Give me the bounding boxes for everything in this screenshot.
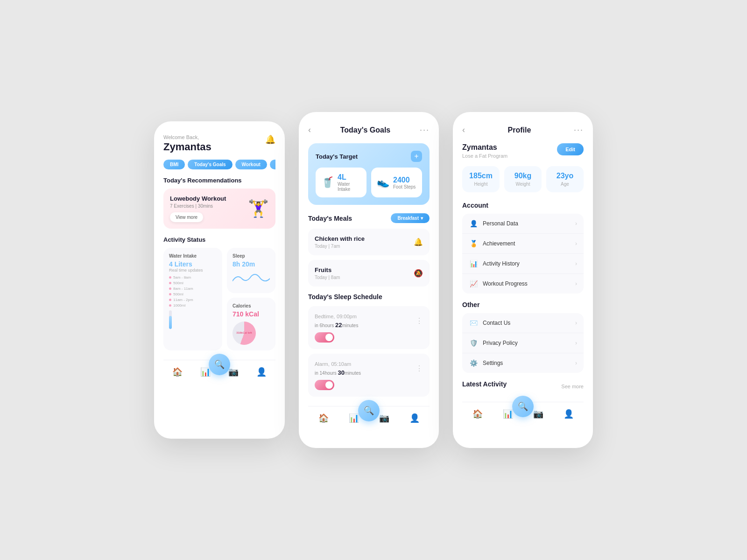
see-more-button[interactable]: See more — [561, 384, 584, 389]
privacy-label: Privacy Policy — [483, 340, 575, 346]
stat-age: 23yo Age — [546, 166, 584, 192]
achievement-icon: 🏅 — [469, 240, 478, 247]
profile-title: Profile — [508, 126, 531, 134]
nav3-camera-icon[interactable]: 📷 — [533, 409, 543, 419]
height-value: 185cm — [468, 172, 494, 180]
cal-circle: 310kCal left — [233, 322, 256, 345]
meal-filter-button[interactable]: Breakfast ▾ — [391, 213, 430, 223]
water-icon: 🥤 — [321, 176, 334, 189]
alarm-toggle[interactable] — [315, 380, 334, 390]
bedtime-options-button[interactable]: ⋮ — [416, 316, 423, 325]
meal-1-notif-icon: 🔔 — [414, 238, 423, 246]
water-target-label: Water Intake — [338, 182, 361, 192]
nav-camera-icon[interactable]: 📷 — [228, 367, 239, 377]
activity-grid: Water Intake 4 Liters Real time updates … — [163, 248, 275, 350]
workout-progress-icon: 📈 — [469, 280, 478, 287]
stat-height: 185cm Height — [462, 166, 500, 192]
profile-username: Zymantas — [462, 143, 507, 152]
privacy-icon: 🛡️ — [469, 339, 478, 347]
nav2-chart-icon[interactable]: 📊 — [349, 413, 359, 423]
welcome-label: Welcome Back, — [163, 134, 275, 140]
alarm-desc: in 14hours 30minutes — [315, 369, 361, 376]
nav3-chart-icon[interactable]: 📊 — [503, 409, 513, 419]
profile-info: Zymantas Lose a Fat Program Edit — [462, 143, 584, 159]
account-menu: 👤 Personal Data › 🏅 Achievement › 📊 Acti… — [462, 214, 584, 294]
steps-target-item: 👟 2400 Foot Steps — [371, 168, 422, 197]
alarm-label: Alarm, 05:10am — [315, 360, 361, 367]
contact-label: Contact Us — [483, 320, 575, 326]
recommendations-title: Today's Recommendations — [163, 177, 275, 184]
weight-label: Weight — [510, 182, 536, 187]
phone-goals: ‹ Today's Goals ··· Today's Target + 🥤 4… — [299, 112, 439, 448]
profile-more-button[interactable]: ··· — [574, 125, 584, 135]
nav2-camera-icon[interactable]: 📷 — [379, 413, 389, 423]
calories-title: Calories — [233, 303, 270, 308]
steps-target-label: Foot Steps — [393, 184, 416, 189]
view-more-button[interactable]: View more — [170, 212, 203, 222]
nav-home-icon[interactable]: 🏠 — [172, 367, 183, 377]
menu-workout-progress[interactable]: 📈 Workout Progress › — [462, 274, 584, 294]
more-options-button[interactable]: ··· — [420, 125, 430, 135]
menu-contact-us[interactable]: ✉️ Contact Us › — [462, 313, 584, 333]
phone-profile: ‹ Profile ··· Zymantas Lose a Fat Progra… — [453, 112, 593, 448]
target-card: Today's Target + 🥤 4L Water Intake 👟 240… — [308, 143, 430, 205]
activity-history-chevron: › — [575, 260, 577, 267]
pill-workout[interactable]: Workout — [235, 160, 267, 169]
workout-progress-label: Workout Progress — [483, 280, 575, 287]
bedtime-toggle[interactable] — [315, 332, 334, 343]
water-title: Water Intake — [169, 253, 217, 259]
age-value: 23yo — [552, 172, 578, 180]
meal-item-2: Fruits Today | 8am 🔕 — [308, 260, 430, 287]
target-title: Today's Target — [316, 153, 358, 160]
age-label: Age — [552, 182, 578, 187]
nav-profile-icon[interactable]: 👤 — [256, 367, 267, 377]
latest-activity-title: Latest Activity — [462, 380, 507, 388]
menu-settings[interactable]: ⚙️ Settings › — [462, 353, 584, 373]
other-section-title: Other — [462, 301, 584, 308]
steps-target-val: 2400 — [393, 176, 416, 184]
goals-header: ‹ Today's Goals ··· — [308, 125, 430, 135]
activity-status-title: Activity Status — [163, 236, 275, 243]
menu-activity-history[interactable]: 📊 Activity History › — [462, 254, 584, 274]
edit-profile-button[interactable]: Edit — [557, 143, 584, 155]
personal-data-label: Personal Data — [483, 220, 575, 227]
alarm-options-button[interactable]: ⋮ — [416, 364, 423, 373]
notification-icon[interactable]: 🔔 — [265, 134, 275, 145]
add-target-button[interactable]: + — [411, 151, 422, 162]
meals-header: Today's Meals Breakfast ▾ — [308, 213, 430, 223]
nav2-home-icon[interactable]: 🏠 — [318, 413, 329, 423]
menu-personal-data[interactable]: 👤 Personal Data › — [462, 214, 584, 234]
bedtime-desc: in 6hours 22minutes — [315, 322, 358, 329]
back-button[interactable]: ‹ — [308, 125, 311, 135]
sleep-wave-chart — [233, 272, 270, 286]
settings-chevron: › — [575, 360, 577, 366]
menu-privacy-policy[interactable]: 🛡️ Privacy Policy › — [462, 333, 584, 353]
meal-2-name: Fruits — [315, 266, 340, 273]
personal-data-icon: 👤 — [469, 220, 478, 227]
goals-fab-button[interactable]: 🔍 — [358, 400, 380, 421]
fab-search-button[interactable]: 🔍 — [209, 354, 230, 375]
nav3-profile-icon[interactable]: 👤 — [564, 409, 574, 419]
nav2-profile-icon[interactable]: 👤 — [409, 413, 420, 423]
pill-bmi[interactable]: BMI — [163, 160, 185, 169]
bedtime-label: Bedtime, 09:00pm — [315, 313, 358, 320]
nav3-home-icon[interactable]: 🏠 — [472, 409, 483, 419]
activity-history-icon: 📊 — [469, 260, 478, 267]
workout-progress-chevron: › — [575, 280, 577, 287]
meal-1-name: Chicken with rice — [315, 235, 365, 242]
steps-icon: 👟 — [377, 176, 389, 189]
privacy-chevron: › — [575, 340, 577, 346]
meal-1-time: Today | 7am — [315, 244, 365, 249]
profile-back-button[interactable]: ‹ — [462, 125, 465, 135]
water-bars: 5am - 8am 500ml 8am - 11am 500ml 11am - … — [169, 275, 217, 308]
contact-icon: ✉️ — [469, 319, 478, 327]
profile-fab-button[interactable]: 🔍 — [512, 396, 534, 417]
sleep-value: 8h 20m — [233, 260, 270, 268]
account-section-title: Account — [462, 202, 584, 209]
height-label: Height — [468, 182, 494, 187]
pill-goals[interactable]: Today's Goals — [188, 160, 232, 169]
sleep-bedtime-item: Bedtime, 09:00pm in 6hours 22minutes ⋮ — [308, 306, 430, 349]
pill-me[interactable]: Me — [270, 160, 275, 169]
water-card: Water Intake 4 Liters Real time updates … — [163, 248, 222, 350]
menu-achievement[interactable]: 🏅 Achievement › — [462, 234, 584, 254]
